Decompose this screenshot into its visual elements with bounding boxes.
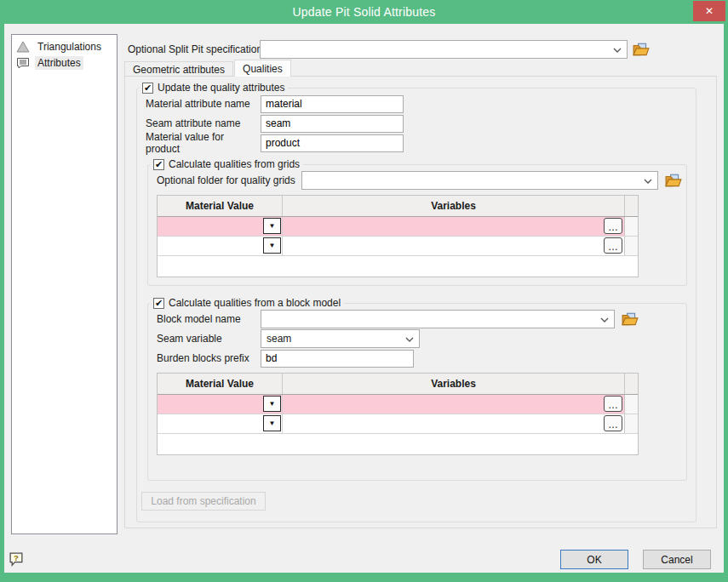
- chevron-down-icon: [613, 48, 622, 53]
- dialog-title: Update Pit Solid Attributes: [0, 5, 728, 19]
- dropdown-arrow-icon: ▼: [269, 419, 276, 427]
- ellipsis-icon: …: [608, 221, 618, 233]
- row-spacer: [625, 414, 638, 433]
- material-value-dropdown-button[interactable]: ▼: [263, 396, 281, 412]
- attributes-icon: [16, 57, 30, 69]
- sidebar-pages-list: Triangulations Attributes: [11, 34, 118, 534]
- material-attribute-name-label: Material attribute name: [146, 98, 261, 110]
- qualities-tab-panel: ✔ Update the quality attributes Material…: [124, 76, 717, 528]
- variables-browse-button[interactable]: …: [604, 415, 622, 431]
- table-row[interactable]: ▼ …: [158, 217, 638, 237]
- group-legend: ✔ Calculate qualities from a block model: [150, 297, 344, 309]
- burden-blocks-prefix-input[interactable]: [261, 350, 414, 368]
- quality-grids-folder-browse-icon[interactable]: [665, 174, 682, 188]
- material-value-dropdown-button[interactable]: ▼: [263, 415, 281, 431]
- update-quality-attributes-group: ✔ Update the quality attributes Material…: [136, 82, 696, 522]
- material-attribute-name-input[interactable]: [261, 95, 404, 113]
- calculate-from-grids-group: ✔ Calculate qualities from grids Optiona…: [147, 158, 687, 286]
- dropdown-arrow-icon: ▼: [269, 242, 276, 249]
- sidebar-item-label: Triangulations: [35, 40, 104, 54]
- group-legend: ✔ Calculate qualities from grids: [150, 158, 303, 170]
- variables-column-header: Variables: [283, 374, 625, 394]
- seam-attribute-name-input[interactable]: [261, 115, 404, 133]
- table-header-spacer: [625, 374, 638, 394]
- quality-grids-folder-label: Optional folder for quality grids: [157, 174, 301, 186]
- calculate-from-block-model-checkbox[interactable]: ✔: [153, 298, 164, 309]
- chevron-down-icon: [405, 337, 414, 342]
- checkbox-label: Calculate qualities from a block model: [169, 297, 341, 309]
- load-from-specification-button[interactable]: Load from specification: [141, 492, 266, 511]
- row-spacer: [625, 237, 638, 255]
- checkmark-icon: ✔: [144, 83, 152, 92]
- tab-label: Qualities: [243, 63, 283, 75]
- tab-bar: Geometric attributes Qualities: [124, 60, 292, 77]
- quality-grids-folder-combobox[interactable]: [301, 171, 658, 190]
- variables-column-header: Variables: [283, 196, 625, 216]
- seam-variable-value: seam: [267, 333, 291, 345]
- block-model-name-label: Block model name: [157, 313, 261, 325]
- spec-file-combobox[interactable]: [260, 40, 628, 59]
- material-value-cell[interactable]: ▼: [158, 237, 283, 255]
- table-row[interactable]: ▼ …: [158, 395, 638, 414]
- ok-button[interactable]: OK: [560, 550, 628, 569]
- table-header-row: Material Value Variables: [158, 196, 638, 217]
- seam-attribute-name-label: Seam attribute name: [146, 117, 261, 129]
- variables-browse-button[interactable]: …: [604, 396, 622, 412]
- row-spacer: [625, 395, 638, 414]
- help-icon[interactable]: ?: [9, 551, 25, 568]
- table-empty-area: [158, 434, 638, 454]
- ellipsis-icon: …: [608, 399, 618, 411]
- variables-browse-button[interactable]: …: [604, 237, 622, 254]
- variables-cell[interactable]: …: [283, 414, 625, 433]
- block-model-material-variables-table: Material Value Variables ▼: [157, 373, 639, 455]
- block-model-name-combobox[interactable]: [261, 310, 615, 328]
- cancel-button[interactable]: Cancel: [643, 550, 711, 569]
- tab-qualities[interactable]: Qualities: [234, 60, 291, 77]
- row-spacer: [625, 217, 638, 236]
- checkbox-label: Update the quality attributes: [158, 82, 284, 94]
- sidebar-item-attributes[interactable]: Attributes: [14, 54, 114, 71]
- material-value-for-product-label: Material value for product: [146, 131, 261, 155]
- help-glyph: ?: [14, 553, 19, 562]
- dropdown-arrow-icon: ▼: [269, 400, 276, 408]
- variables-cell[interactable]: …: [283, 217, 625, 236]
- table-header-spacer: [625, 196, 638, 216]
- titlebar: Update Pit Solid Attributes ✕: [0, 0, 728, 24]
- burden-blocks-prefix-label: Burden blocks prefix: [157, 352, 261, 364]
- material-value-cell[interactable]: ▼: [158, 395, 283, 414]
- close-button[interactable]: ✕: [693, 1, 725, 21]
- variables-browse-button[interactable]: …: [604, 218, 622, 234]
- chevron-down-icon: [644, 179, 652, 184]
- table-row[interactable]: ▼ …: [158, 237, 638, 256]
- block-model-folder-browse-icon[interactable]: [622, 312, 639, 327]
- checkmark-icon: ✔: [155, 160, 163, 168]
- material-value-column-header: Material Value: [158, 196, 283, 216]
- ellipsis-icon: …: [608, 419, 618, 431]
- table-row[interactable]: ▼ …: [158, 414, 638, 434]
- dialog-body: Triangulations Attributes Optional Split…: [4, 24, 724, 573]
- spec-file-label: Optional Split Pit specification file: [128, 43, 278, 55]
- material-value-cell[interactable]: ▼: [158, 414, 283, 433]
- ellipsis-icon: …: [608, 241, 618, 253]
- calculate-from-grids-checkbox[interactable]: ✔: [153, 159, 164, 170]
- material-value-dropdown-button[interactable]: ▼: [263, 237, 281, 254]
- dialog-update-pit-solid-attributes: Update Pit Solid Attributes ✕ Triangulat…: [0, 0, 728, 582]
- variables-cell[interactable]: …: [283, 237, 625, 255]
- material-value-for-product-input[interactable]: [261, 134, 404, 152]
- material-value-cell[interactable]: ▼: [158, 217, 283, 236]
- grids-material-variables-table: Material Value Variables ▼: [157, 195, 639, 277]
- update-quality-attributes-checkbox[interactable]: ✔: [142, 83, 153, 94]
- material-value-dropdown-button[interactable]: ▼: [263, 218, 281, 234]
- variables-cell[interactable]: …: [283, 395, 625, 414]
- seam-variable-combobox[interactable]: seam: [261, 329, 420, 348]
- chevron-down-icon: [600, 317, 609, 322]
- triangle-icon: [16, 41, 30, 53]
- tab-geometric-attributes[interactable]: Geometric attributes: [124, 61, 233, 77]
- spec-file-folder-browse-icon[interactable]: [633, 43, 650, 57]
- table-empty-area: [158, 256, 638, 277]
- material-value-column-header: Material Value: [158, 374, 283, 394]
- sidebar-item-triangulations[interactable]: Triangulations: [14, 38, 114, 54]
- sidebar-item-label: Attributes: [35, 56, 83, 70]
- checkmark-icon: ✔: [155, 299, 163, 307]
- calculate-from-block-model-group: ✔ Calculate qualities from a block model…: [147, 297, 687, 481]
